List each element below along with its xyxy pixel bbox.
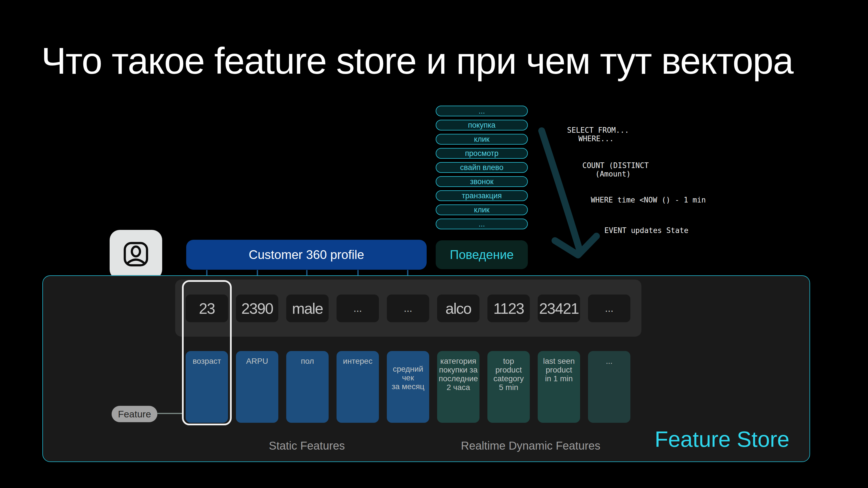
sql-line: (Amount) xyxy=(595,170,631,178)
feature-value-box: ... xyxy=(387,295,429,322)
event-pill-stack: ...покупкакликпросмотрсвайп влевозвонокт… xyxy=(436,106,528,229)
event-pill: свайп влево xyxy=(436,162,528,173)
feature-value-box: ... xyxy=(588,295,630,322)
feature-tag: Feature xyxy=(112,406,157,422)
feature-column-label: category xyxy=(487,374,530,383)
curved-flow-arrow-icon xyxy=(541,131,596,255)
feature-value-box: ... xyxy=(337,295,379,322)
feature-column-label: пол xyxy=(286,357,329,365)
event-pill: ... xyxy=(436,219,528,229)
feature-store-label: Feature Store xyxy=(655,426,789,452)
feature-column-label: за месяц xyxy=(387,382,429,391)
feature-column: пол xyxy=(286,351,329,423)
feature-column: topproductcategory5 min xyxy=(487,351,530,423)
event-pill: просмотр xyxy=(436,148,528,159)
feature-column-label: категория xyxy=(437,357,479,365)
feature-value-box: 1123 xyxy=(487,295,530,322)
sql-line: WHERE time <NOW () - 1 min xyxy=(591,196,706,204)
feature-column: ARPU xyxy=(236,351,278,423)
event-pill: ... xyxy=(436,106,528,116)
person-profile-icon xyxy=(122,240,150,269)
feature-column: ... xyxy=(588,351,630,423)
feature-column-label: 5 min xyxy=(487,383,530,392)
feature-column: интерес xyxy=(337,351,379,423)
slide-title: Что такое feature store и при чем тут ве… xyxy=(41,39,832,82)
behavior-button: Поведение xyxy=(436,240,528,269)
feature-column-label: last seen xyxy=(538,357,580,365)
event-pill: клик xyxy=(436,134,528,144)
feature-column-label: in 1 min xyxy=(538,374,580,383)
feature-column-label: product xyxy=(538,365,580,374)
sql-line: SELECT FROM... xyxy=(567,126,629,134)
event-pill: транзакция xyxy=(436,190,528,201)
feature-column-label: чек xyxy=(387,373,429,382)
feature-value-box: 2390 xyxy=(236,295,278,322)
feature-value-box: alco xyxy=(437,295,479,322)
feature-value-box: 23421 xyxy=(538,295,580,322)
feature-column: категорияпокупки запоследние2 часа xyxy=(437,351,479,423)
feature-column-label: интерес xyxy=(337,357,379,365)
dynamic-features-label: Realtime Dynamic Features xyxy=(461,440,600,452)
sql-line: WHERE... xyxy=(578,134,614,143)
static-features-label: Static Features xyxy=(269,440,345,452)
feature-column-label: покупки за xyxy=(437,365,479,374)
feature-column: last seenproductin 1 min xyxy=(538,351,580,423)
feature-column-label: средний xyxy=(387,365,429,373)
feature-column-label: 2 часа xyxy=(437,383,479,392)
customer-360-profile-button: Customer 360 profile xyxy=(186,240,427,270)
feature-column: среднийчекза месяц xyxy=(387,351,429,423)
feature-column-label: product xyxy=(487,365,530,374)
event-pill: покупка xyxy=(436,120,528,130)
feature-highlight-outline xyxy=(182,280,232,425)
event-pill: звонок xyxy=(436,176,528,187)
avatar xyxy=(110,230,162,280)
feature-value-box: male xyxy=(286,295,329,322)
feature-tag-connector xyxy=(157,413,182,414)
sql-line: EVENT updates State xyxy=(604,226,688,235)
event-pill: клик xyxy=(436,204,528,215)
feature-column-label: последние xyxy=(437,374,479,383)
feature-column-label: ARPU xyxy=(236,357,278,365)
feature-column-label: ... xyxy=(588,357,630,365)
feature-column-label: top xyxy=(487,357,530,365)
slide: Что такое feature store и при чем тут ве… xyxy=(0,0,868,488)
sql-line: COUNT (DISTINCT xyxy=(582,161,649,170)
